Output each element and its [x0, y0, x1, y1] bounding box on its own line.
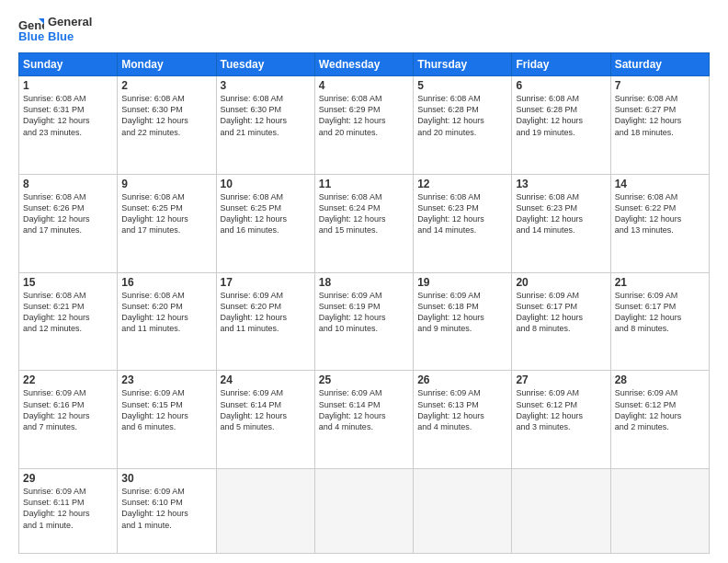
day-info: Sunrise: 6:08 AM Sunset: 6:26 PM Dayligh… [23, 191, 113, 236]
calendar-day: 12Sunrise: 6:08 AM Sunset: 6:23 PM Dayli… [414, 174, 512, 272]
calendar-day [314, 469, 413, 554]
header-day: Monday [118, 53, 216, 76]
day-number: 24 [221, 373, 311, 386]
calendar-day: 21Sunrise: 6:09 AM Sunset: 6:17 PM Dayli… [610, 272, 709, 371]
page: General Blue General Blue SundayMondayTu… [0, 0, 728, 563]
day-number: 6 [516, 79, 606, 92]
calendar-day [610, 469, 709, 554]
calendar-day [414, 469, 512, 554]
day-info: Sunrise: 6:08 AM Sunset: 6:25 PM Dayligh… [121, 191, 211, 236]
calendar-day: 28Sunrise: 6:09 AM Sunset: 6:12 PM Dayli… [610, 371, 709, 469]
calendar-day: 18Sunrise: 6:09 AM Sunset: 6:19 PM Dayli… [314, 272, 413, 371]
day-info: Sunrise: 6:09 AM Sunset: 6:10 PM Dayligh… [121, 486, 211, 531]
calendar-day: 17Sunrise: 6:09 AM Sunset: 6:20 PM Dayli… [216, 272, 314, 371]
day-number: 9 [121, 178, 211, 190]
header-day: Thursday [414, 53, 512, 76]
week-row: 29Sunrise: 6:09 AM Sunset: 6:11 PM Dayli… [19, 469, 710, 554]
day-info: Sunrise: 6:08 AM Sunset: 6:29 PM Dayligh… [319, 93, 409, 138]
day-info: Sunrise: 6:09 AM Sunset: 6:20 PM Dayligh… [221, 290, 311, 335]
day-info: Sunrise: 6:09 AM Sunset: 6:15 PM Dayligh… [121, 387, 211, 432]
logo-general: General [48, 15, 92, 29]
day-info: Sunrise: 6:08 AM Sunset: 6:24 PM Dayligh… [319, 191, 409, 236]
logo-icon: General Blue [18, 17, 44, 42]
calendar-day: 30Sunrise: 6:09 AM Sunset: 6:10 PM Dayli… [118, 469, 216, 554]
day-info: Sunrise: 6:09 AM Sunset: 6:17 PM Dayligh… [615, 290, 705, 335]
day-number: 27 [516, 373, 606, 386]
calendar-day: 3Sunrise: 6:08 AM Sunset: 6:30 PM Daylig… [216, 76, 314, 175]
day-info: Sunrise: 6:09 AM Sunset: 6:14 PM Dayligh… [319, 387, 409, 432]
calendar-day: 10Sunrise: 6:08 AM Sunset: 6:25 PM Dayli… [216, 174, 314, 272]
week-row: 8Sunrise: 6:08 AM Sunset: 6:26 PM Daylig… [19, 174, 710, 272]
day-number: 25 [319, 373, 409, 386]
calendar-day [216, 469, 314, 554]
header-day: Friday [512, 53, 610, 76]
calendar-day: 1Sunrise: 6:08 AM Sunset: 6:31 PM Daylig… [19, 76, 118, 175]
header-day: Sunday [19, 53, 118, 76]
day-info: Sunrise: 6:09 AM Sunset: 6:11 PM Dayligh… [23, 486, 113, 531]
day-number: 5 [417, 79, 507, 92]
header-row: SundayMondayTuesdayWednesdayThursdayFrid… [19, 53, 710, 76]
header-day: Tuesday [216, 53, 314, 76]
day-number: 22 [23, 373, 113, 386]
day-info: Sunrise: 6:08 AM Sunset: 6:20 PM Dayligh… [121, 290, 211, 335]
day-number: 11 [319, 178, 409, 190]
day-number: 2 [121, 79, 211, 92]
calendar-day: 4Sunrise: 6:08 AM Sunset: 6:29 PM Daylig… [314, 76, 413, 175]
day-number: 30 [121, 472, 211, 485]
day-number: 17 [221, 276, 311, 289]
day-number: 10 [221, 178, 311, 190]
calendar-day: 8Sunrise: 6:08 AM Sunset: 6:26 PM Daylig… [19, 174, 118, 272]
day-info: Sunrise: 6:09 AM Sunset: 6:13 PM Dayligh… [417, 387, 507, 432]
day-number: 18 [319, 276, 409, 289]
day-number: 1 [23, 79, 113, 92]
day-number: 23 [121, 373, 211, 386]
calendar-day: 13Sunrise: 6:08 AM Sunset: 6:23 PM Dayli… [512, 174, 610, 272]
day-number: 8 [23, 178, 113, 190]
day-info: Sunrise: 6:08 AM Sunset: 6:31 PM Dayligh… [23, 93, 113, 138]
calendar-day: 24Sunrise: 6:09 AM Sunset: 6:14 PM Dayli… [216, 371, 314, 469]
day-info: Sunrise: 6:09 AM Sunset: 6:12 PM Dayligh… [516, 387, 606, 432]
calendar-day: 19Sunrise: 6:09 AM Sunset: 6:18 PM Dayli… [414, 272, 512, 371]
calendar-day: 23Sunrise: 6:09 AM Sunset: 6:15 PM Dayli… [118, 371, 216, 469]
calendar-day: 29Sunrise: 6:09 AM Sunset: 6:11 PM Dayli… [19, 469, 118, 554]
day-info: Sunrise: 6:09 AM Sunset: 6:18 PM Dayligh… [417, 290, 507, 335]
day-number: 15 [23, 276, 113, 289]
calendar-day: 14Sunrise: 6:08 AM Sunset: 6:22 PM Dayli… [610, 174, 709, 272]
calendar-day: 7Sunrise: 6:08 AM Sunset: 6:27 PM Daylig… [610, 76, 709, 175]
week-row: 22Sunrise: 6:09 AM Sunset: 6:16 PM Dayli… [19, 371, 710, 469]
calendar-day: 5Sunrise: 6:08 AM Sunset: 6:28 PM Daylig… [414, 76, 512, 175]
day-info: Sunrise: 6:09 AM Sunset: 6:19 PM Dayligh… [319, 290, 409, 335]
day-number: 16 [121, 276, 211, 289]
day-info: Sunrise: 6:08 AM Sunset: 6:21 PM Dayligh… [23, 290, 113, 335]
day-number: 20 [516, 276, 606, 289]
day-number: 26 [417, 373, 507, 386]
day-info: Sunrise: 6:08 AM Sunset: 6:28 PM Dayligh… [417, 93, 507, 138]
calendar-day: 22Sunrise: 6:09 AM Sunset: 6:16 PM Dayli… [19, 371, 118, 469]
calendar-day: 15Sunrise: 6:08 AM Sunset: 6:21 PM Dayli… [19, 272, 118, 371]
svg-text:Blue: Blue [18, 29, 44, 42]
logo-blue: Blue [48, 29, 92, 44]
calendar-day: 2Sunrise: 6:08 AM Sunset: 6:30 PM Daylig… [118, 76, 216, 175]
week-row: 1Sunrise: 6:08 AM Sunset: 6:31 PM Daylig… [19, 76, 710, 175]
day-number: 3 [221, 79, 311, 92]
calendar-day: 6Sunrise: 6:08 AM Sunset: 6:28 PM Daylig… [512, 76, 610, 175]
day-info: Sunrise: 6:09 AM Sunset: 6:17 PM Dayligh… [516, 290, 606, 335]
day-info: Sunrise: 6:08 AM Sunset: 6:23 PM Dayligh… [417, 191, 507, 236]
week-row: 15Sunrise: 6:08 AM Sunset: 6:21 PM Dayli… [19, 272, 710, 371]
calendar-day: 9Sunrise: 6:08 AM Sunset: 6:25 PM Daylig… [118, 174, 216, 272]
day-number: 29 [23, 472, 113, 485]
day-number: 28 [615, 373, 705, 386]
header-day: Saturday [610, 53, 709, 76]
calendar-day: 11Sunrise: 6:08 AM Sunset: 6:24 PM Dayli… [314, 174, 413, 272]
calendar-day: 25Sunrise: 6:09 AM Sunset: 6:14 PM Dayli… [314, 371, 413, 469]
calendar-day [512, 469, 610, 554]
day-info: Sunrise: 6:09 AM Sunset: 6:16 PM Dayligh… [23, 387, 113, 432]
day-info: Sunrise: 6:08 AM Sunset: 6:30 PM Dayligh… [121, 93, 211, 138]
day-number: 13 [516, 178, 606, 190]
calendar-day: 16Sunrise: 6:08 AM Sunset: 6:20 PM Dayli… [118, 272, 216, 371]
day-info: Sunrise: 6:09 AM Sunset: 6:14 PM Dayligh… [221, 387, 311, 432]
day-number: 12 [417, 178, 507, 190]
day-info: Sunrise: 6:09 AM Sunset: 6:12 PM Dayligh… [615, 387, 705, 432]
day-number: 21 [615, 276, 705, 289]
calendar-day: 26Sunrise: 6:09 AM Sunset: 6:13 PM Dayli… [414, 371, 512, 469]
